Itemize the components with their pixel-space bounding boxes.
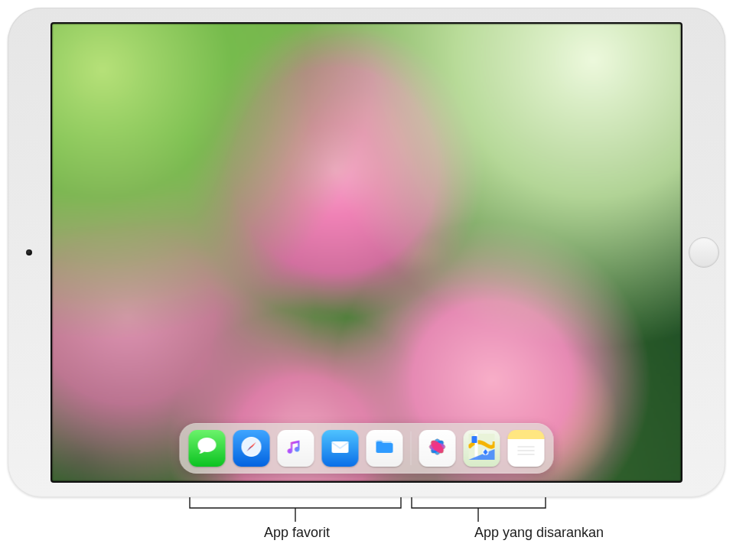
files-icon [372, 434, 398, 463]
music-icon [283, 434, 309, 463]
dock-divider [411, 431, 412, 465]
ipad-screen [50, 22, 683, 483]
ipad-bezel-right [683, 8, 725, 497]
callout-layer: App favorit App yang disarankan [0, 497, 733, 558]
home-button[interactable] [689, 237, 719, 268]
dock-favorites-group [189, 430, 403, 467]
notes-icon [513, 434, 539, 463]
svg-rect-12 [472, 436, 477, 443]
callout-suggested-label: App yang disarankan [474, 525, 604, 541]
mail-icon [327, 434, 353, 463]
front-camera [26, 249, 32, 256]
messages-icon [194, 434, 220, 463]
maps-icon [469, 434, 495, 463]
callout-favorites-label: App favorit [264, 525, 330, 541]
app-photos[interactable] [419, 430, 456, 467]
dock-suggested-group [419, 430, 545, 467]
dock [180, 423, 554, 474]
ipad-device-frame [8, 8, 725, 497]
app-music[interactable] [278, 430, 314, 467]
app-messages[interactable] [189, 430, 226, 467]
app-maps[interactable] [464, 430, 500, 467]
svg-rect-2 [332, 441, 349, 453]
ipad-bezel-left [8, 8, 50, 497]
home-wallpaper [52, 24, 681, 481]
app-mail[interactable] [322, 430, 359, 467]
safari-icon [239, 434, 265, 463]
app-safari[interactable] [233, 430, 270, 467]
callout-brackets [0, 497, 733, 558]
app-files[interactable] [366, 430, 403, 467]
photos-icon [425, 434, 451, 463]
app-notes[interactable] [508, 430, 545, 467]
